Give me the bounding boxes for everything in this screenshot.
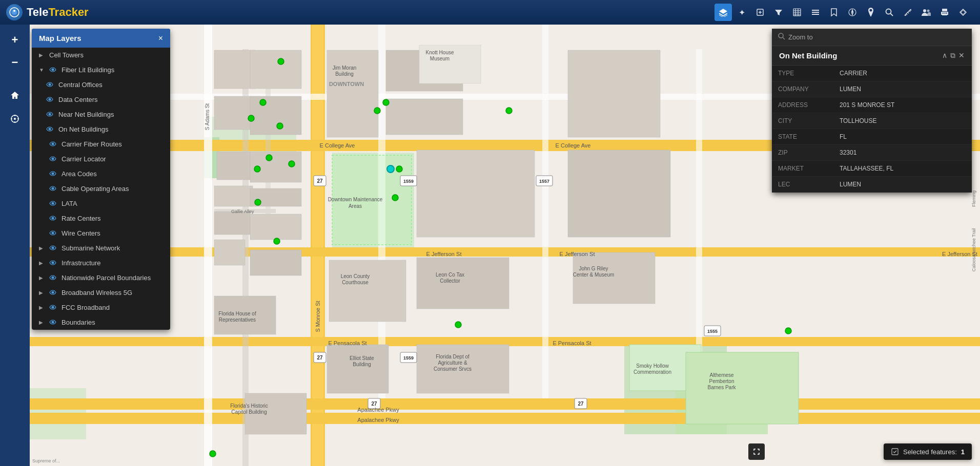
- svg-text:Courthouse: Courthouse: [342, 280, 369, 285]
- info-table-row: ADDRESS201 S MONROE ST: [772, 97, 972, 113]
- zoom-out-btn[interactable]: −: [5, 52, 25, 73]
- svg-point-42: [52, 158, 54, 160]
- nav-compass-btn[interactable]: [844, 4, 861, 21]
- svg-point-180: [785, 328, 791, 334]
- eye-icon: [49, 229, 57, 237]
- svg-point-181: [210, 451, 216, 457]
- svg-text:1559: 1559: [403, 179, 414, 184]
- layer-data-centers[interactable]: Data Centers: [32, 92, 170, 107]
- svg-rect-87: [250, 214, 301, 240]
- svg-line-21: [906, 14, 907, 15]
- svg-text:DOWNTOWN: DOWNTOWN: [329, 81, 364, 87]
- zoom-in-btn[interactable]: +: [5, 30, 25, 50]
- eye-icon: [49, 304, 57, 311]
- location-btn[interactable]: [5, 109, 25, 129]
- svg-rect-90: [327, 50, 378, 137]
- svg-text:E College Ave: E College Ave: [320, 142, 355, 149]
- svg-text:Building: Building: [335, 71, 354, 77]
- info-row-key: MARKET: [772, 161, 833, 176]
- info-row-value: TALLAHASSEE, FL: [833, 161, 972, 176]
- svg-line-23: [909, 11, 910, 12]
- eye-icon: [49, 274, 57, 282]
- svg-rect-67: [30, 398, 980, 410]
- svg-text:27: 27: [317, 355, 323, 361]
- chevron-icon: ▶: [39, 52, 45, 58]
- chevron-icon: ▶: [39, 275, 45, 281]
- layer-wire-centers[interactable]: ▶ Wire Centers: [32, 226, 170, 241]
- layer-central-offices[interactable]: Central Offices: [32, 77, 170, 92]
- svg-text:Areas: Areas: [349, 203, 362, 209]
- info-panel: Zoom to On Net Building ∧ ⧉ ✕ TYPECARRIE…: [772, 29, 972, 193]
- layer-submarine-network[interactable]: ▶ Submarine Network: [32, 241, 170, 256]
- svg-text:Representatives: Representatives: [219, 317, 256, 323]
- svg-point-173: [374, 108, 380, 114]
- layer-label: LATA: [62, 200, 77, 207]
- nav-feature-btn[interactable]: [751, 4, 769, 21]
- info-row-key: ADDRESS: [772, 97, 833, 113]
- nav-filter-btn[interactable]: [770, 4, 787, 21]
- layer-broadband-wireless[interactable]: ▶ Broadband Wireless 5G: [32, 285, 170, 300]
- collapse-btn[interactable]: ∧: [942, 51, 947, 60]
- layer-carrier-fiber-routes[interactable]: ▶ Carrier Fiber Routes: [32, 137, 170, 152]
- layer-cable-operating-areas[interactable]: ▶ Cable Operating Areas: [32, 181, 170, 196]
- layer-cell-towers[interactable]: ▶ Cell Towers: [32, 48, 170, 62]
- eye-icon: [49, 170, 57, 178]
- eye-icon: [49, 66, 57, 74]
- layer-carrier-locator[interactable]: ▶ Carrier Locator: [32, 152, 170, 166]
- nav-diamond-btn[interactable]: [954, 4, 972, 21]
- svg-rect-26: [942, 9, 947, 11]
- layer-on-net-buildings[interactable]: On Net Buildings: [32, 122, 170, 137]
- layers-close-button[interactable]: ×: [158, 34, 163, 43]
- nav-users-btn[interactable]: [917, 4, 935, 21]
- layer-boundaries[interactable]: ▶ Boundaries: [32, 315, 170, 330]
- home-btn[interactable]: [5, 85, 25, 105]
- layer-area-codes[interactable]: ▶ Area Codes: [32, 166, 170, 181]
- svg-text:Gallie Alley: Gallie Alley: [231, 209, 254, 214]
- layer-rate-centers[interactable]: ▶ Rate Centers: [32, 211, 170, 226]
- info-table-row: TYPECARRIER: [772, 66, 972, 81]
- svg-rect-65: [30, 247, 980, 257]
- nav-search-btn[interactable]: [881, 4, 898, 21]
- nav-measure-btn[interactable]: [899, 4, 916, 21]
- eye-icon: [49, 289, 57, 296]
- expand-window-btn[interactable]: ⧉: [950, 51, 955, 60]
- info-search-bar[interactable]: Zoom to: [772, 29, 972, 46]
- eye-icon: [49, 200, 57, 207]
- nav-list-btn[interactable]: [807, 4, 824, 21]
- nav-layers-btn[interactable]: [714, 4, 732, 21]
- logo-area: TeleTracker: [0, 4, 95, 20]
- nav-pin-btn[interactable]: [862, 4, 880, 21]
- svg-text:Capitol Building: Capitol Building: [231, 409, 267, 415]
- layer-lata[interactable]: ▶ LATA: [32, 196, 170, 211]
- svg-point-24: [923, 9, 926, 12]
- svg-text:Commemoration: Commemoration: [634, 369, 671, 375]
- svg-text:Apalachee Pkwy: Apalachee Pkwy: [357, 407, 399, 413]
- info-table-row: COMPANYLUMEN: [772, 81, 972, 97]
- eye-icon: [46, 111, 54, 118]
- nav-locate-btn[interactable]: ✦: [733, 4, 750, 21]
- svg-point-167: [248, 115, 254, 121]
- layer-label: On Net Buildings: [58, 125, 109, 133]
- svg-point-44: [52, 187, 54, 189]
- expand-map-btn[interactable]: [748, 443, 765, 460]
- nav-table-btn[interactable]: [788, 4, 806, 21]
- svg-point-183: [779, 33, 783, 38]
- layer-infrastructure[interactable]: ▶ Infrastructure: [32, 256, 170, 270]
- app-logo: TeleTracker: [27, 6, 89, 19]
- close-info-btn[interactable]: ✕: [958, 51, 965, 60]
- layer-nationwide-parcel[interactable]: ▶ Nationwide Parcel Boundaries: [32, 270, 170, 285]
- nav-print-btn[interactable]: [936, 4, 953, 21]
- svg-text:27: 27: [578, 401, 584, 407]
- layer-fiber-lit-buildings[interactable]: ▼ Fiber Lit Buildings: [32, 62, 170, 77]
- nav-bookmark-btn[interactable]: [825, 4, 843, 21]
- layer-label: Cell Towers: [49, 51, 84, 59]
- layer-fcc-broadband[interactable]: ▶ FCC Broadband: [32, 300, 170, 315]
- eye-icon: [49, 215, 57, 222]
- layer-near-net-buildings[interactable]: Near Net Buildings: [32, 107, 170, 122]
- layer-label: Broadband Wireless 5G: [62, 289, 132, 296]
- svg-rect-28: [942, 13, 947, 15]
- svg-point-168: [254, 166, 260, 172]
- info-panel-header: On Net Building ∧ ⧉ ✕: [772, 46, 972, 66]
- eye-icon: [46, 96, 54, 103]
- svg-rect-14: [812, 14, 819, 15]
